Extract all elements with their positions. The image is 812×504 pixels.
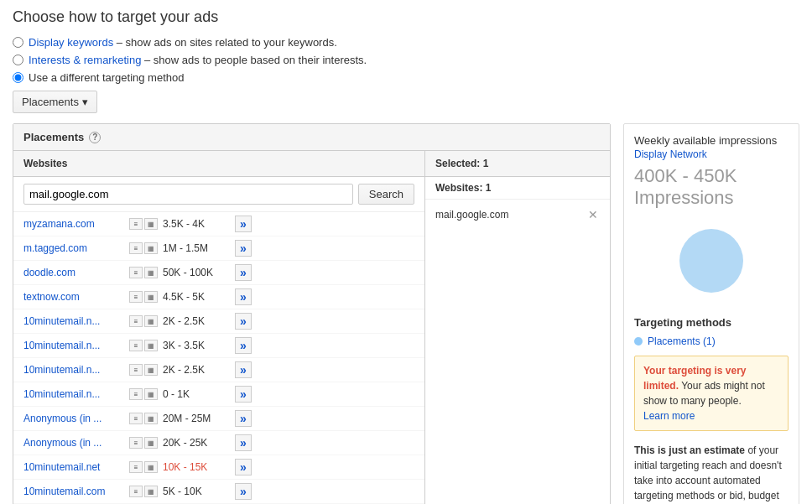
add-site-button[interactable]: » bbox=[235, 459, 252, 475]
site-icon-list[interactable]: ≡ bbox=[129, 437, 143, 449]
site-name[interactable]: 10minutemail.n... bbox=[23, 315, 124, 327]
help-icon[interactable]: ? bbox=[89, 132, 101, 143]
site-icon-image[interactable]: ▦ bbox=[144, 413, 158, 424]
add-site-button[interactable]: » bbox=[235, 313, 252, 330]
list-item[interactable]: 10minutemail.com ≡ ▦ 5K - 10K » bbox=[13, 480, 424, 504]
site-range: 3.5K - 4K bbox=[163, 218, 230, 230]
site-name[interactable]: textnow.com bbox=[23, 291, 124, 303]
add-site-button[interactable]: » bbox=[235, 288, 252, 305]
list-item[interactable]: m.tagged.com ≡ ▦ 1M - 1.5M » bbox=[13, 236, 424, 261]
site-name[interactable]: 10minutemail.n... bbox=[23, 340, 124, 351]
add-site-button[interactable]: » bbox=[235, 264, 252, 281]
list-item[interactable]: 10minutemail.n... ≡ ▦ 2K - 2.5K » bbox=[13, 358, 424, 382]
sidebar: Weekly available impressions Display Net… bbox=[623, 123, 799, 504]
site-range: 4.5K - 5K bbox=[163, 291, 230, 303]
site-icon-list[interactable]: ≡ bbox=[129, 218, 143, 230]
list-item[interactable]: myzamana.com ≡ ▦ 3.5K - 4K » bbox=[13, 212, 424, 236]
selected-site-name: mail.google.com bbox=[435, 209, 508, 221]
site-icon-image[interactable]: ▦ bbox=[144, 388, 158, 400]
list-item[interactable]: 10minutemail.n... ≡ ▦ 2K - 2.5K » bbox=[13, 309, 424, 334]
list-item[interactable]: 10minutemail.n... ≡ ▦ 3K - 3.5K » bbox=[13, 334, 424, 358]
add-site-button[interactable]: » bbox=[235, 434, 252, 451]
add-site-button[interactable]: » bbox=[235, 361, 252, 378]
list-item[interactable]: textnow.com ≡ ▦ 4.5K - 5K » bbox=[13, 285, 424, 309]
site-range: 50K - 100K bbox=[163, 267, 230, 278]
site-icons: ≡ ▦ bbox=[129, 388, 158, 400]
impressions-title: Weekly available impressions bbox=[634, 134, 789, 147]
site-icons: ≡ ▦ bbox=[129, 267, 158, 278]
site-icon-list[interactable]: ≡ bbox=[129, 291, 143, 303]
add-site-button[interactable]: » bbox=[235, 337, 252, 354]
sites-list: myzamana.com ≡ ▦ 3.5K - 4K » m.tagged.co… bbox=[13, 212, 424, 504]
site-icon-list[interactable]: ≡ bbox=[129, 461, 143, 473]
site-name[interactable]: 10minutemail.com bbox=[23, 486, 124, 497]
site-icon-image[interactable]: ▦ bbox=[144, 461, 158, 473]
radio-different: Use a different targeting method bbox=[13, 71, 799, 84]
search-input[interactable] bbox=[23, 184, 353, 205]
keywords-link[interactable]: Display keywords bbox=[29, 36, 113, 49]
list-item[interactable]: doodle.com ≡ ▦ 50K - 100K » bbox=[13, 261, 424, 285]
radio-keywords: Display keywords – show ads on sites rel… bbox=[13, 36, 799, 49]
site-icon-list[interactable]: ≡ bbox=[129, 486, 143, 497]
radio-different-input[interactable] bbox=[13, 72, 23, 83]
impressions-network: Display Network bbox=[634, 148, 789, 160]
site-icon-image[interactable]: ▦ bbox=[144, 242, 158, 254]
site-icon-list[interactable]: ≡ bbox=[129, 364, 143, 376]
site-icon-image[interactable]: ▦ bbox=[144, 340, 158, 351]
radio-keywords-input[interactable] bbox=[13, 37, 23, 48]
list-item[interactable]: Anonymous (in ... ≡ ▦ 20K - 25K » bbox=[13, 431, 424, 455]
radio-different-label[interactable]: Use a different targeting method bbox=[29, 71, 185, 84]
site-icon-image[interactable]: ▦ bbox=[144, 315, 158, 327]
site-name[interactable]: myzamana.com bbox=[23, 218, 124, 230]
radio-interests-input[interactable] bbox=[13, 55, 23, 65]
site-icon-image[interactable]: ▦ bbox=[144, 486, 158, 497]
selected-header: Selected: 1 bbox=[425, 151, 610, 177]
site-icons: ≡ ▦ bbox=[129, 218, 158, 230]
search-button[interactable]: Search bbox=[358, 184, 414, 205]
site-icons: ≡ ▦ bbox=[129, 364, 158, 376]
site-name[interactable]: 10minutemail.n... bbox=[23, 364, 124, 376]
site-name[interactable]: doodle.com bbox=[23, 267, 124, 278]
add-site-button[interactable]: » bbox=[235, 386, 252, 403]
warning-learn-more-link[interactable]: Learn more bbox=[643, 410, 695, 422]
add-site-button[interactable]: » bbox=[235, 410, 252, 427]
site-range: 3K - 3.5K bbox=[163, 340, 230, 351]
site-icon-list[interactable]: ≡ bbox=[129, 388, 143, 400]
site-icon-image[interactable]: ▦ bbox=[144, 267, 158, 278]
site-name[interactable]: Anonymous (in ... bbox=[23, 437, 124, 449]
list-item[interactable]: Anonymous (in ... ≡ ▦ 20M - 25M » bbox=[13, 407, 424, 431]
search-bar: Search bbox=[13, 177, 424, 212]
site-icon-image[interactable]: ▦ bbox=[144, 291, 158, 303]
radio-interests-label[interactable]: Interests & remarketing – show ads to pe… bbox=[29, 54, 367, 66]
site-icon-image[interactable]: ▦ bbox=[144, 364, 158, 376]
legend-dot bbox=[634, 337, 643, 346]
site-icon-list[interactable]: ≡ bbox=[129, 267, 143, 278]
remove-site-button[interactable]: ✕ bbox=[586, 208, 600, 221]
add-site-button[interactable]: » bbox=[235, 216, 252, 232]
site-icons: ≡ ▦ bbox=[129, 437, 158, 449]
list-item[interactable]: 10minutemail.net ≡ ▦ 10K - 15K » bbox=[13, 455, 424, 480]
site-icons: ≡ ▦ bbox=[129, 291, 158, 303]
site-range: 2K - 2.5K bbox=[163, 315, 230, 327]
chart-area bbox=[634, 219, 789, 303]
site-icon-list[interactable]: ≡ bbox=[129, 340, 143, 351]
placements-legend-label[interactable]: Placements (1) bbox=[648, 335, 716, 347]
site-name[interactable]: Anonymous (in ... bbox=[23, 413, 124, 424]
add-site-button[interactable]: » bbox=[235, 240, 252, 257]
radio-keywords-label[interactable]: Display keywords – show ads on sites rel… bbox=[29, 36, 337, 49]
placements-legend: Placements (1) bbox=[634, 335, 789, 347]
site-icon-list[interactable]: ≡ bbox=[129, 242, 143, 254]
placements-dropdown-button[interactable]: Placements ▾ bbox=[13, 91, 97, 113]
list-item[interactable]: 10minutemail.n... ≡ ▦ 0 - 1K » bbox=[13, 382, 424, 407]
site-icon-list[interactable]: ≡ bbox=[129, 413, 143, 424]
site-icon-list[interactable]: ≡ bbox=[129, 315, 143, 327]
site-name[interactable]: m.tagged.com bbox=[23, 242, 124, 254]
keywords-suffix: – show ads on sites related to your keyw… bbox=[113, 36, 337, 49]
svg-point-0 bbox=[679, 229, 743, 293]
site-name[interactable]: 10minutemail.net bbox=[23, 461, 124, 473]
site-icon-image[interactable]: ▦ bbox=[144, 437, 158, 449]
site-name[interactable]: 10minutemail.n... bbox=[23, 388, 124, 400]
add-site-button[interactable]: » bbox=[235, 483, 252, 500]
interests-link[interactable]: Interests & remarketing bbox=[29, 54, 141, 66]
site-icon-image[interactable]: ▦ bbox=[144, 218, 158, 230]
